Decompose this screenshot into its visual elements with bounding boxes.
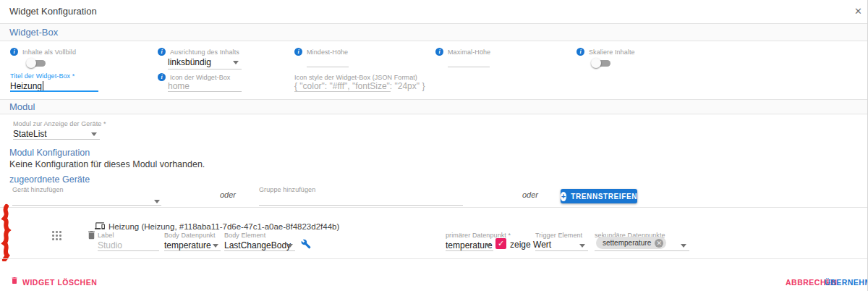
sekundaere-chip[interactable]: settemperature ✕: [596, 237, 666, 249]
widget-box-section-header: Widget-Box: [0, 23, 867, 41]
icon-style-input[interactable]: { "color": "#fff", "fontSize": "24px" }: [294, 81, 425, 91]
modul-konfiguration-title: Modul Konfiguration: [9, 148, 90, 158]
toggle-thumb: [26, 58, 36, 68]
chevron-down-icon[interactable]: [154, 200, 160, 203]
trigger-element-select[interactable]: [535, 250, 588, 251]
info-icon[interactable]: i: [10, 48, 18, 56]
chevron-down-icon[interactable]: [233, 61, 239, 64]
ausrichtung-select[interactable]: linksbündig: [168, 57, 211, 67]
device-label-input[interactable]: Studio: [98, 240, 122, 250]
chevron-down-icon[interactable]: [681, 244, 686, 248]
wrench-icon[interactable]: [301, 239, 311, 249]
info-icon[interactable]: i: [158, 48, 166, 56]
info-icon[interactable]: i: [294, 48, 302, 56]
text-cursor: [43, 81, 43, 90]
body-datenpunkt-label: Body Datenpunkt: [164, 232, 216, 239]
widget-configuration-dialog: Widget Konfiguration ✕ Widget-Box i Inha…: [0, 0, 868, 291]
zugeordnete-geraete-title: zugeordnete Geräte: [9, 174, 90, 185]
zeige-wert-label: zeige Wert: [510, 240, 551, 250]
modul-select-label: Modul zur Anzeige der Geräte *: [13, 120, 106, 127]
info-icon[interactable]: i: [435, 48, 443, 56]
geraet-hinzufuegen-select[interactable]: [12, 205, 161, 206]
device-title: Heizung (Heizung, #118aba11-7d6e-47c1-a0…: [109, 222, 339, 231]
modul-section-title: Modul: [9, 101, 35, 112]
modul-konfiguration-empty-text: Keine Konfiguration für dieses Modul vor…: [9, 159, 205, 169]
field-underline-focused: [10, 90, 98, 92]
modul-section-header: Modul: [0, 99, 867, 114]
delete-device-icon[interactable]: [86, 229, 97, 240]
info-icon[interactable]: i: [576, 48, 584, 56]
modul-select[interactable]: StateList: [13, 129, 47, 139]
field-underline: [595, 250, 689, 251]
add-circle-icon: +: [561, 192, 566, 201]
chevron-down-icon[interactable]: [579, 244, 585, 248]
field-underline: [98, 250, 159, 251]
field-underline: [446, 250, 493, 251]
ausrichtung-label: Ausrichtung des Inhalts: [170, 48, 239, 56]
devices-icon: [94, 221, 106, 231]
chip-remove-icon[interactable]: ✕: [655, 239, 663, 248]
vollbild-toggle[interactable]: [26, 58, 47, 68]
red-annotation-scribble: [0, 203, 14, 261]
field-underline: [168, 69, 242, 69]
uebernehmen-button[interactable]: ÜBERNEHMEN: [825, 278, 868, 287]
maximal-hoehe-input[interactable]: [448, 67, 490, 67]
titel-label: Titel der Widget-Box *: [10, 72, 75, 80]
chip-label: settemperature: [603, 239, 651, 247]
skaliere-toggle[interactable]: [591, 58, 612, 68]
chevron-down-icon[interactable]: [485, 244, 491, 248]
icon-label: Icon der Widget-Box: [170, 74, 230, 81]
field-underline: [294, 91, 391, 92]
trennstreifen-button-label: TRENNSTREIFEN: [571, 193, 637, 201]
icon-style-label: Icon style der Widget-Box (JSON Format): [294, 74, 417, 81]
chevron-down-icon[interactable]: [287, 244, 293, 248]
delete-widget-icon[interactable]: [10, 276, 19, 285]
widget-box-section-title: Widget-Box: [9, 27, 58, 38]
widget-loeschen-button[interactable]: WIDGET LÖSCHEN: [22, 278, 97, 287]
geraet-hinzufuegen-label: Gerät hinzufügen: [12, 186, 64, 193]
oder-text-2: oder: [522, 190, 538, 199]
body-element-select[interactable]: LastChangeBody: [224, 240, 291, 250]
zeige-wert-checkbox[interactable]: ✓: [495, 238, 506, 249]
close-icon[interactable]: ✕: [854, 6, 862, 17]
mindest-hoehe-label: Mindest-Höhe: [307, 48, 348, 56]
field-underline: [224, 250, 295, 251]
gruppe-hinzufuegen-input[interactable]: [259, 205, 463, 206]
oder-text-1: oder: [220, 190, 236, 199]
trennstreifen-button[interactable]: + TRENNSTREIFEN: [561, 189, 637, 203]
toggle-thumb: [591, 58, 601, 68]
maximal-hoehe-label: Maximal-Höhe: [448, 48, 490, 56]
body-datenpunkt-select[interactable]: temperature: [164, 240, 211, 250]
drag-handle-icon[interactable]: [52, 231, 61, 240]
vollbild-label: Inhalte als Vollbild: [22, 48, 76, 56]
titel-value: Heizung: [10, 81, 42, 91]
dialog-title: Widget Konfiguration: [9, 6, 97, 17]
trigger-element-label: Trigger Element: [535, 232, 582, 239]
field-underline: [168, 91, 242, 92]
divider: [0, 207, 867, 208]
chevron-down-icon[interactable]: [91, 132, 97, 136]
titel-input[interactable]: Heizung: [10, 81, 43, 91]
icon-input[interactable]: home: [168, 81, 190, 91]
divider: [0, 258, 867, 259]
gruppe-hinzufuegen-label: Gruppe hinzufügen: [259, 186, 315, 193]
mindest-hoehe-input[interactable]: [307, 67, 349, 67]
info-icon[interactable]: i: [158, 73, 166, 81]
skaliere-label: Skaliere Inhalte: [589, 48, 635, 56]
field-underline: [13, 139, 100, 140]
field-underline: [164, 250, 221, 251]
body-element-label: Body Element: [224, 232, 265, 239]
chevron-down-icon[interactable]: [213, 244, 218, 248]
device-label-label: Label: [98, 232, 114, 239]
